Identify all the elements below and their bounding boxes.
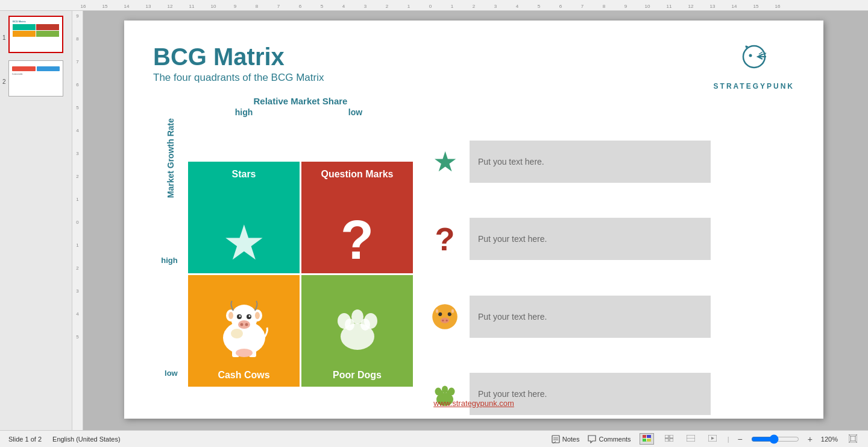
question-label: Question Marks (321, 169, 393, 180)
svg-rect-51 (670, 435, 673, 438)
dog-info-row: Put your text here. (427, 373, 711, 415)
svg-point-28 (441, 317, 450, 323)
svg-rect-46 (643, 435, 646, 438)
svg-point-12 (238, 320, 250, 329)
slide-canvas: BCG Matrix The four quadrants of the BCG… (124, 21, 823, 419)
svg-point-13 (240, 323, 243, 326)
cow-info-text: Put your text here. (478, 312, 547, 322)
cow-icon (214, 293, 274, 359)
svg-rect-49 (647, 439, 651, 442)
stars-label: Stars (231, 169, 256, 180)
svg-point-14 (245, 323, 248, 326)
logo-text: STRATEGYPUNK (714, 82, 794, 90)
slide-sorter-button[interactable] (662, 434, 676, 444)
y-axis-high: high (161, 256, 177, 265)
question-info-text: Put your text here. (478, 234, 547, 244)
quadrant-dogs: Poor Dogs (301, 275, 413, 387)
slide-title: BCG Matrix (153, 43, 794, 71)
svg-point-15 (231, 329, 243, 338)
slide-indicator: Slide 1 of 2 (8, 436, 42, 443)
svg-point-7 (255, 312, 260, 319)
svg-rect-59 (851, 436, 855, 441)
slideshow-button[interactable] (706, 434, 719, 444)
notes-button[interactable]: Notes (552, 435, 580, 443)
quadrant-cash: Cash Cows (188, 275, 300, 387)
cow-info-box[interactable]: Put your text here. (470, 296, 711, 338)
normal-view-button[interactable] (640, 433, 654, 445)
comments-icon (588, 435, 596, 443)
question-mark-icon: ? (341, 213, 374, 267)
axis-col-high: high (188, 107, 300, 117)
zoom-slider[interactable] (751, 434, 799, 444)
svg-point-34 (451, 309, 454, 312)
svg-point-30 (446, 319, 448, 321)
star-icon: ★ (222, 219, 266, 267)
reading-view-button[interactable] (684, 434, 697, 444)
comments-label: Comments (599, 436, 631, 443)
footer-link[interactable]: www.strategypunk.com (433, 399, 514, 408)
svg-rect-52 (665, 439, 668, 442)
axis-main-label: Relative Market Share (153, 96, 413, 106)
svg-point-11 (248, 315, 250, 317)
zoom-level: 120% (821, 436, 838, 443)
star-info-text: Put you text here. (478, 157, 544, 166)
axis-col-low: low (300, 107, 411, 117)
svg-point-6 (228, 312, 233, 319)
slide-subtitle: The four quadrants of the BCG Matrix (153, 72, 794, 84)
svg-point-29 (442, 319, 444, 321)
question-info-row: ? Put your text here. (427, 218, 711, 260)
notes-label: Notes (562, 436, 580, 443)
paw-icon (327, 296, 388, 356)
comments-button[interactable]: Comments (588, 435, 631, 443)
svg-point-1 (749, 54, 752, 57)
svg-point-24 (360, 319, 370, 331)
star-info-icon: ★ (427, 144, 462, 179)
svg-point-25 (432, 304, 458, 329)
dog-info-box[interactable]: Put your text here. (470, 373, 711, 415)
svg-point-39 (439, 390, 444, 396)
svg-point-10 (239, 315, 241, 317)
svg-rect-48 (643, 439, 646, 442)
logo-icon (732, 43, 776, 80)
slide-2-thumbnail[interactable]: Content slide (8, 60, 63, 97)
cash-label: Cash Cows (218, 370, 269, 381)
zoom-out-button[interactable]: − (737, 434, 742, 444)
svg-point-33 (436, 309, 438, 312)
svg-rect-47 (647, 435, 651, 438)
quadrant-stars: Stars ★ (188, 162, 300, 273)
question-info-icon: ? (427, 221, 462, 256)
notes-icon (552, 435, 560, 443)
svg-marker-57 (711, 437, 714, 440)
svg-rect-53 (670, 439, 673, 442)
svg-point-18 (236, 349, 253, 357)
y-axis-low: low (165, 369, 178, 378)
svg-rect-50 (665, 435, 668, 438)
svg-point-40 (447, 390, 451, 396)
logo-area: STRATEGYPUNK (714, 43, 794, 90)
question-info-box[interactable]: Put your text here. (470, 218, 711, 260)
slide-1-thumbnail[interactable]: BCG Matrix (8, 16, 63, 53)
svg-point-23 (345, 319, 354, 331)
star-info-row: ★ Put you text here. (427, 141, 711, 183)
language-indicator: English (United States) (52, 436, 121, 443)
fit-slide-button[interactable] (846, 433, 860, 445)
quadrant-question: Question Marks ? (301, 162, 413, 273)
cow-info-icon (427, 299, 462, 334)
cow-info-row: Put your text here. (427, 296, 711, 338)
dogs-label: Poor Dogs (333, 370, 382, 381)
y-axis-title: Market Growth Rate (166, 118, 175, 198)
dog-info-text: Put your text here. (478, 389, 547, 399)
star-info-box[interactable]: Put you text here. (470, 141, 711, 183)
zoom-in-button[interactable]: + (808, 434, 813, 444)
